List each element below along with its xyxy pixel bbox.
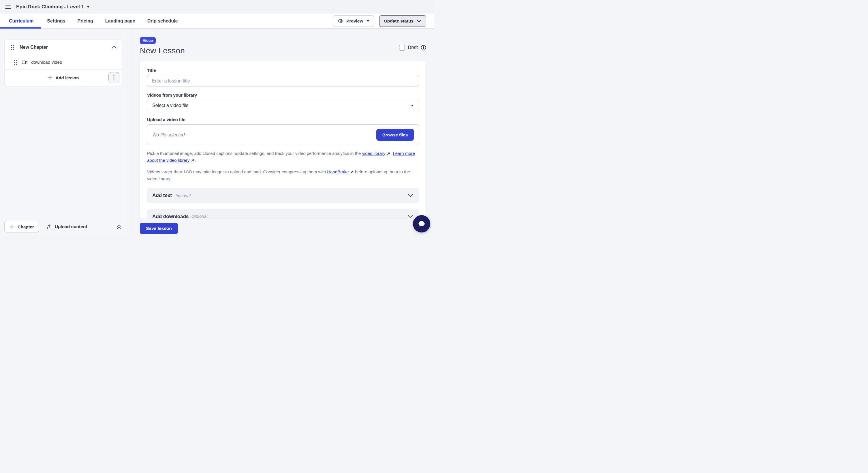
kebab-menu-icon [113, 75, 115, 81]
chapter-menu-button[interactable] [108, 72, 119, 83]
help-text: . [391, 151, 393, 156]
upload-video-label: Upload a video file [147, 117, 419, 122]
video-camera-icon [22, 60, 27, 64]
course-title: Epic Rock Climbing - Level 1 [16, 4, 84, 10]
drag-handle-icon[interactable] [12, 58, 18, 66]
menu-button[interactable] [5, 3, 11, 10]
collapse-all-button[interactable] [117, 224, 122, 229]
draft-info-button[interactable] [421, 45, 426, 51]
save-lesson-button[interactable]: Save lesson [140, 223, 178, 234]
lesson-header: Video New Lesson Draft [140, 37, 426, 55]
page-title: New Lesson [140, 46, 185, 55]
tab-bar: Curriculum Settings Pricing Landing page… [0, 13, 434, 29]
update-status-button[interactable]: Update status [379, 15, 427, 27]
no-file-text: No file selected [153, 132, 185, 137]
add-chapter-button[interactable]: Chapter [4, 221, 39, 232]
help-text: Videos larger than 1GB may take longer t… [147, 169, 327, 174]
optional-label: Optional [175, 193, 191, 198]
external-link-icon: ↗ [191, 157, 195, 164]
topbar: Epic Rock Climbing - Level 1 [0, 0, 434, 13]
video-help-text: Pick a thumbnail image, add closed capti… [147, 150, 419, 164]
chevron-down-icon [408, 215, 413, 218]
external-link-icon: ↗ [386, 150, 390, 157]
add-lesson-label: Add lesson [56, 75, 79, 80]
update-status-label: Update status [384, 19, 414, 24]
add-text-section[interactable]: Add text Optional [147, 188, 419, 203]
course-switcher[interactable]: Epic Rock Climbing - Level 1 [16, 4, 90, 10]
upload-content-label: Upload content [55, 224, 87, 229]
hamburger-icon [5, 5, 11, 9]
preview-label: Preview [346, 19, 363, 24]
chapter-footer: Add lesson [5, 70, 122, 86]
add-text-label: Add text [152, 193, 172, 198]
video-library-link[interactable]: video library [362, 151, 385, 156]
sidebar-footer: Chapter Upload content [4, 221, 122, 232]
title-label: Title [147, 68, 419, 73]
tab-pricing[interactable]: Pricing [71, 13, 99, 28]
caret-down-icon [367, 20, 369, 22]
draft-checkbox[interactable] [399, 45, 405, 51]
chat-bubble-icon [417, 219, 426, 228]
video-library-label: Videos from your library [147, 93, 419, 97]
tabs: Curriculum Settings Pricing Landing page… [0, 13, 184, 28]
tab-curriculum[interactable]: Curriculum [0, 13, 41, 28]
upload-content-button[interactable]: Upload content [47, 224, 87, 229]
help-text: Pick a thumbnail image, add closed capti… [147, 151, 362, 156]
info-icon [421, 45, 426, 51]
tab-settings[interactable]: Settings [41, 13, 71, 28]
add-lesson-button[interactable]: Add lesson [48, 75, 79, 80]
lesson-form-card: Title Videos from your library Select a … [140, 61, 426, 219]
curriculum-sidebar: New Chapter [0, 29, 127, 236]
video-library-select[interactable]: Select a video file [147, 100, 419, 111]
save-row: Save lesson [140, 223, 426, 234]
preview-button[interactable]: Preview [333, 15, 374, 27]
draft-control: Draft [399, 45, 426, 51]
caret-down-icon [87, 6, 90, 8]
chat-widget-button[interactable] [413, 215, 430, 232]
help-text: . [195, 158, 196, 163]
handbrake-link[interactable]: HandBrake [327, 169, 349, 174]
collapse-chapter-button[interactable] [111, 45, 118, 50]
optional-label: Optional [191, 214, 208, 219]
chapter-title: New Chapter [20, 45, 106, 50]
upload-icon [47, 224, 52, 229]
add-downloads-section[interactable]: Add downloads Optional [147, 210, 419, 219]
content: New Chapter [0, 29, 434, 236]
external-link-icon: ↗ [350, 169, 353, 176]
lesson-editor: Video New Lesson Draft Tit [127, 29, 434, 236]
video-library-select-value: Select a video file [152, 103, 188, 108]
add-chapter-label: Chapter [18, 224, 34, 229]
chevron-down-icon [417, 20, 421, 23]
compression-help-text: Videos larger than 1GB may take longer t… [147, 168, 419, 182]
chapter-card: New Chapter [4, 39, 122, 86]
chevron-up-icon [112, 46, 117, 49]
chevron-down-icon [408, 194, 413, 197]
chapter-header: New Chapter [5, 40, 122, 55]
lesson-item[interactable]: download video [5, 55, 122, 70]
tabbar-actions: Preview Update status [333, 13, 434, 28]
lesson-title-input[interactable] [147, 75, 419, 87]
drag-handle-icon[interactable] [9, 43, 15, 51]
plus-icon [48, 75, 53, 80]
add-downloads-label: Add downloads [152, 214, 189, 219]
lesson-item-title: download video [31, 60, 62, 65]
eye-icon [338, 18, 344, 24]
plus-icon [9, 224, 14, 229]
draft-label: Draft [408, 45, 418, 50]
browse-files-button[interactable]: Browse files [376, 129, 414, 141]
tab-drip-schedule[interactable]: Drip schedule [141, 13, 184, 28]
lesson-type-badge: Video [140, 37, 156, 44]
tab-landing-page[interactable]: Landing page [99, 13, 141, 28]
file-upload-box: No file selected Browse files [147, 124, 419, 145]
caret-down-icon [411, 105, 414, 106]
double-chevron-up-icon [117, 224, 122, 229]
